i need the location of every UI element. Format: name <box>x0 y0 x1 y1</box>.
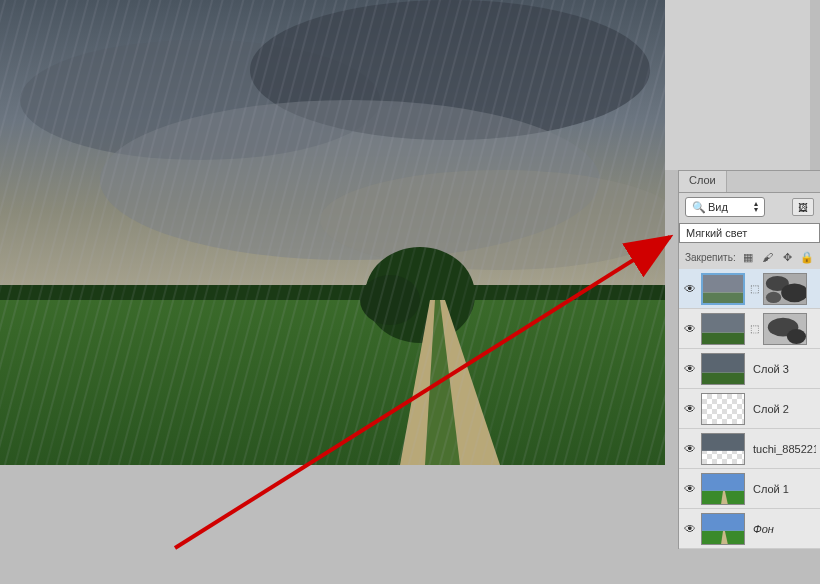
svg-rect-30 <box>702 474 744 491</box>
layer-row[interactable]: 👁 tuchi_88522166... <box>679 429 820 469</box>
lock-all-icon[interactable]: 🔒 <box>800 249 814 265</box>
lock-transparency-icon[interactable]: ▦ <box>742 249 755 265</box>
svg-rect-22 <box>702 314 744 333</box>
layer-mask-thumbnail[interactable] <box>763 313 807 345</box>
layer-name[interactable]: Фон <box>753 523 774 535</box>
layer-row[interactable]: 👁 ⬚ <box>679 309 820 349</box>
layer-thumbnail[interactable] <box>701 433 745 465</box>
layer-thumbnail[interactable] <box>701 273 745 305</box>
layer-mask-thumbnail[interactable] <box>763 273 807 305</box>
document-image[interactable] <box>0 0 665 465</box>
svg-rect-33 <box>702 514 744 531</box>
layer-thumbnail[interactable] <box>701 353 745 385</box>
visibility-eye-icon[interactable]: 👁 <box>683 322 697 336</box>
layer-row[interactable]: 👁 ⬚ <box>679 269 820 309</box>
layer-name[interactable]: Слой 1 <box>753 483 789 495</box>
svg-point-21 <box>766 291 781 302</box>
svg-point-26 <box>787 329 806 344</box>
svg-rect-17 <box>703 275 743 303</box>
tab-layers[interactable]: Слои <box>679 171 727 192</box>
layer-name[interactable]: Слой 3 <box>753 363 789 375</box>
filter-thumbnail-toggle[interactable]: 🖼 <box>792 198 814 216</box>
dropdown-arrows-icon: ▴▾ <box>754 201 758 213</box>
filter-label: Вид <box>708 201 728 213</box>
layer-thumbnail[interactable] <box>701 513 745 545</box>
visibility-eye-icon[interactable]: 👁 <box>683 442 697 456</box>
layer-row[interactable]: 👁 Слой 1 <box>679 469 820 509</box>
visibility-eye-icon[interactable]: 👁 <box>683 282 697 296</box>
layer-row[interactable]: 👁 Фон <box>679 509 820 549</box>
blend-mode-select[interactable]: Мягкий свет <box>679 223 820 243</box>
workspace-background-bottom <box>0 465 665 584</box>
visibility-eye-icon[interactable]: 👁 <box>683 522 697 536</box>
svg-rect-14 <box>0 0 665 465</box>
canvas-area <box>0 0 665 465</box>
workspace-background <box>665 0 810 170</box>
layer-row[interactable]: 👁 Слой 3 <box>679 349 820 389</box>
layer-list: 👁 ⬚ 👁 <box>679 269 820 549</box>
panel-tab-bar: Слои <box>679 171 820 193</box>
link-icon[interactable]: ⬚ <box>749 323 759 334</box>
layer-thumbnail[interactable] <box>701 313 745 345</box>
layer-thumbnail[interactable] <box>701 473 745 505</box>
layers-panel: Слои 🔍 Вид ▴▾ 🖼 Мягкий свет Закрепить: ▦… <box>678 170 820 549</box>
svg-rect-28 <box>702 372 744 383</box>
visibility-eye-icon[interactable]: 👁 <box>683 362 697 376</box>
lock-position-icon[interactable]: ✥ <box>781 249 794 265</box>
layer-name[interactable]: tuchi_88522166... <box>753 443 816 455</box>
layer-filter-select[interactable]: 🔍 Вид ▴▾ <box>685 197 765 217</box>
visibility-eye-icon[interactable]: 👁 <box>683 482 697 496</box>
lock-label: Закрепить: <box>685 252 736 263</box>
link-icon[interactable]: ⬚ <box>749 283 759 294</box>
svg-rect-23 <box>702 332 744 343</box>
svg-rect-27 <box>702 354 744 373</box>
layer-name[interactable]: Слой 2 <box>753 403 789 415</box>
layer-thumbnail[interactable] <box>701 393 745 425</box>
layer-row[interactable]: 👁 Слой 2 <box>679 389 820 429</box>
search-icon: 🔍 <box>692 201 706 214</box>
svg-rect-29 <box>702 434 744 451</box>
lock-paint-icon[interactable]: 🖌 <box>761 249 774 265</box>
visibility-eye-icon[interactable]: 👁 <box>683 402 697 416</box>
